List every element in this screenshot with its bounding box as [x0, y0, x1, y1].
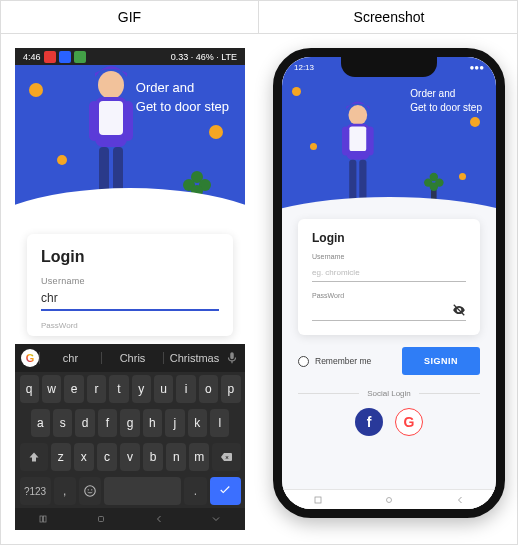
nav-home-icon[interactable]	[379, 494, 399, 506]
key[interactable]: x	[74, 443, 94, 471]
suggestion[interactable]: Chris	[101, 352, 163, 364]
keyboard-hide-icon[interactable]	[206, 513, 226, 525]
space-key[interactable]	[104, 477, 182, 505]
svg-rect-33	[315, 497, 321, 503]
key-row-4: ?123 , .	[15, 474, 245, 508]
phone-notch	[341, 57, 437, 77]
shift-key[interactable]	[20, 443, 48, 471]
svg-rect-21	[349, 127, 366, 151]
android-nav-bar	[282, 489, 496, 509]
hero-line1: Order and	[410, 87, 482, 101]
key[interactable]: q	[20, 375, 39, 403]
password-label: PassWord	[41, 321, 219, 330]
key[interactable]: m	[189, 443, 209, 471]
nav-recent-icon[interactable]	[308, 494, 328, 506]
svg-rect-7	[193, 191, 201, 219]
nav-back-icon[interactable]	[450, 494, 470, 506]
suggestion-bar: G chr Chris Christmas	[15, 344, 245, 372]
svg-rect-18	[99, 517, 104, 522]
key[interactable]: n	[166, 443, 186, 471]
key[interactable]: k	[188, 409, 207, 437]
key[interactable]: e	[64, 375, 83, 403]
password-input[interactable]	[312, 304, 466, 321]
suggestion[interactable]: Christmas	[163, 352, 225, 364]
suggestion[interactable]: chr	[39, 352, 101, 364]
period-key[interactable]: .	[184, 477, 206, 505]
username-input[interactable]	[312, 265, 466, 282]
mic-icon[interactable]	[225, 351, 239, 365]
remember-me[interactable]: Remember me	[298, 356, 371, 367]
social-login-label: Social Login	[367, 389, 411, 398]
comma-key[interactable]: ,	[54, 477, 76, 505]
cell-gif: 4:46 0.33 · 46% · LTE Order and Get to d…	[1, 34, 259, 544]
svg-rect-5	[99, 147, 109, 207]
eye-off-icon[interactable]	[452, 303, 466, 317]
google-icon[interactable]: G	[21, 349, 39, 367]
svg-rect-2	[99, 101, 123, 135]
key[interactable]: y	[132, 375, 151, 403]
backspace-key[interactable]	[212, 443, 240, 471]
enter-key[interactable]	[210, 477, 241, 505]
key[interactable]: w	[42, 375, 61, 403]
status-app-icon	[44, 51, 56, 63]
status-time: 12:13	[294, 63, 314, 72]
status-right: ●●●	[470, 63, 485, 72]
nav-recent-icon[interactable]	[34, 513, 54, 525]
svg-point-19	[348, 105, 367, 125]
key[interactable]: h	[143, 409, 162, 437]
login-card: Login Username PassWord	[27, 234, 233, 336]
cell-screenshot: 12:13 ●●● Order and Get to door step	[259, 34, 518, 544]
username-label: Username	[41, 276, 219, 286]
svg-point-13	[85, 486, 96, 497]
emoji-key[interactable]	[79, 477, 101, 505]
phone-screen: 12:13 ●●● Order and Get to door step	[282, 57, 496, 509]
key[interactable]: r	[87, 375, 106, 403]
hero-line2: Get to door step	[410, 101, 482, 115]
svg-point-31	[430, 183, 438, 191]
symbols-key[interactable]: ?123	[20, 477, 51, 505]
key[interactable]: s	[53, 409, 72, 437]
key[interactable]: g	[120, 409, 139, 437]
username-input[interactable]	[41, 288, 219, 311]
svg-rect-16	[40, 516, 43, 522]
key[interactable]: o	[199, 375, 218, 403]
svg-rect-6	[113, 147, 123, 207]
key[interactable]: z	[51, 443, 71, 471]
radio-icon[interactable]	[298, 356, 309, 367]
login-card: Login Username PassWord	[298, 219, 480, 335]
username-label: Username	[312, 253, 466, 260]
key[interactable]: u	[154, 375, 173, 403]
key[interactable]: f	[98, 409, 117, 437]
status-time: 4:46	[23, 52, 41, 62]
status-app-icon	[74, 51, 86, 63]
svg-rect-4	[123, 101, 133, 141]
key[interactable]: d	[75, 409, 94, 437]
key[interactable]: c	[97, 443, 117, 471]
key[interactable]: i	[176, 375, 195, 403]
svg-point-34	[386, 497, 391, 502]
login-title: Login	[41, 248, 219, 266]
key-row-3: zxcvbnm	[15, 440, 245, 474]
gif-frame: 4:46 0.33 · 46% · LTE Order and Get to d…	[15, 48, 245, 530]
key[interactable]: a	[31, 409, 50, 437]
svg-rect-27	[425, 205, 442, 212]
svg-rect-17	[43, 516, 46, 522]
key[interactable]: p	[221, 375, 240, 403]
facebook-button[interactable]: f	[355, 408, 383, 436]
key[interactable]: t	[109, 375, 128, 403]
hero: Order and Get to door step	[15, 65, 245, 228]
virus-icon	[310, 143, 317, 150]
key[interactable]: b	[143, 443, 163, 471]
google-button[interactable]: G	[395, 408, 423, 436]
signin-button[interactable]: SIGNIN	[402, 347, 480, 375]
key[interactable]: l	[210, 409, 229, 437]
remember-label: Remember me	[315, 356, 371, 366]
svg-point-14	[87, 489, 88, 490]
hero-illustration	[15, 65, 245, 228]
key[interactable]: v	[120, 443, 140, 471]
hero-text: Order and Get to door step	[410, 87, 482, 115]
nav-home-icon[interactable]	[91, 513, 111, 525]
login-title: Login	[312, 231, 466, 245]
nav-back-icon[interactable]	[149, 513, 169, 525]
key[interactable]: j	[165, 409, 184, 437]
